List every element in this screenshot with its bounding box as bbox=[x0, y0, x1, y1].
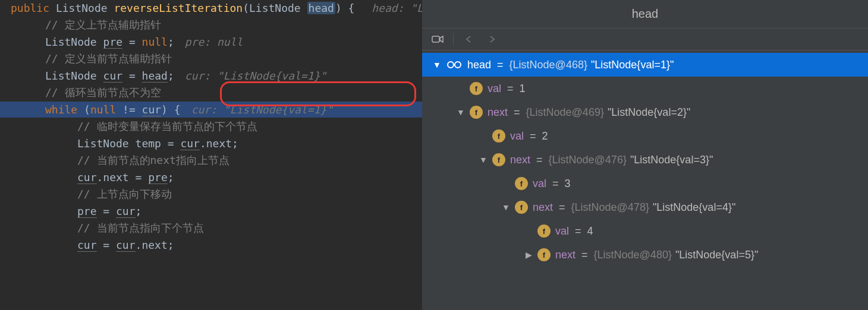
code-line: cur = cur.next; bbox=[0, 237, 422, 253]
svg-point-2 bbox=[455, 62, 461, 68]
expand-icon[interactable]: ▶ bbox=[523, 250, 534, 260]
inline-hint: head: "ListNode{val=1}" bbox=[372, 2, 422, 14]
toolbar-separator bbox=[453, 33, 454, 45]
watch-icon bbox=[446, 61, 463, 69]
tree-row[interactable]: fval=3 bbox=[422, 172, 868, 195]
code-editor[interactable]: public ListNode reverseListIteration(Lis… bbox=[0, 0, 422, 310]
param-name: head bbox=[307, 2, 335, 14]
code-line: ListNode cur = head;cur: "ListNode{val=1… bbox=[0, 68, 422, 84]
expand-icon[interactable]: ▼ bbox=[501, 203, 511, 212]
debug-toolbar bbox=[422, 28, 868, 50]
code-line: ListNode temp = cur.next; bbox=[0, 135, 422, 151]
svg-point-1 bbox=[448, 62, 454, 68]
code-line: // 定义上节点辅助指针 bbox=[0, 16, 422, 34]
field-icon: f bbox=[492, 129, 505, 143]
code-line: // 循环当前节点不为空 bbox=[0, 84, 422, 102]
new-watch-icon[interactable] bbox=[430, 32, 445, 46]
field-icon: f bbox=[515, 177, 528, 190]
tree-row[interactable]: fval=1 bbox=[422, 77, 868, 100]
field-icon: f bbox=[470, 106, 483, 119]
svg-rect-0 bbox=[432, 36, 439, 42]
tree-row[interactable]: ▶fnext={ListNode@480} "ListNode{val=5}" bbox=[422, 243, 868, 267]
expand-icon[interactable]: ▼ bbox=[455, 107, 466, 117]
code-line: pre = cur; bbox=[0, 203, 422, 219]
debug-panel-title: head bbox=[422, 0, 868, 28]
forward-icon bbox=[485, 32, 499, 46]
expand-icon[interactable]: ▼ bbox=[478, 155, 489, 165]
code-line: // 定义当前节点辅助指针 bbox=[0, 50, 422, 68]
tree-row[interactable]: fval=4 bbox=[422, 219, 868, 243]
method-signature-line: public ListNode reverseListIteration(Lis… bbox=[0, 0, 422, 16]
tree-row[interactable]: ▼head={ListNode@468} "ListNode{val=1}" bbox=[422, 53, 868, 77]
method-name: reverseListIteration bbox=[114, 2, 243, 14]
tree-row[interactable]: ▼fnext={ListNode@478} "ListNode{val=4}" bbox=[422, 195, 868, 219]
code-line: while (null != cur) {cur: "ListNode{val=… bbox=[0, 102, 422, 118]
field-icon: f bbox=[537, 224, 551, 238]
code-line: ListNode pre = null;pre: null bbox=[0, 34, 422, 50]
return-type: ListNode bbox=[56, 2, 108, 14]
field-icon: f bbox=[515, 201, 528, 214]
back-icon bbox=[462, 32, 476, 46]
field-icon: f bbox=[492, 153, 505, 166]
tree-row[interactable]: fval=2 bbox=[422, 124, 868, 148]
param-type: ListNode bbox=[249, 2, 301, 14]
code-line: // 当前节点的next指向上节点 bbox=[0, 151, 422, 169]
tree-row[interactable]: ▼fnext={ListNode@476} "ListNode{val=3}" bbox=[422, 148, 868, 172]
variables-tree[interactable]: ▼head={ListNode@468} "ListNode{val=1}"fv… bbox=[422, 50, 868, 310]
field-icon: f bbox=[537, 248, 551, 261]
field-icon: f bbox=[470, 82, 483, 95]
code-line: // 临时变量保存当前节点的下个节点 bbox=[0, 118, 422, 135]
code-line: cur.next = pre; bbox=[0, 169, 422, 185]
expand-icon[interactable]: ▼ bbox=[432, 60, 442, 69]
debugger-variables-panel: head ▼head={ListNode@468} "ListNode{val=… bbox=[422, 0, 868, 310]
tree-row[interactable]: ▼fnext={ListNode@469} "ListNode{val=2}" bbox=[422, 100, 868, 124]
code-line: // 上节点向下移动 bbox=[0, 185, 422, 203]
code-line: // 当前节点指向下个节点 bbox=[0, 219, 422, 237]
keyword-public: public bbox=[11, 2, 49, 14]
